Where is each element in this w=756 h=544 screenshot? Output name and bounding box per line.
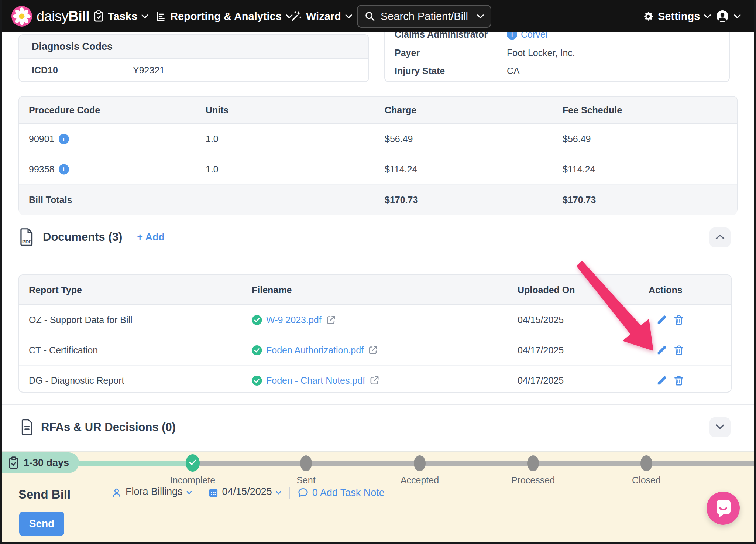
bill-totals-row: Bill Totals $170.73 $170.73 <box>19 185 737 215</box>
section-divider <box>0 404 756 405</box>
report-type: OZ - Support Data for Bill <box>29 315 133 325</box>
clipboard-icon <box>93 10 104 22</box>
add-task-note-label: 0 Add Task Note <box>312 487 385 499</box>
table-row: 90901 i 1.0 $56.49 $56.49 <box>19 124 737 154</box>
document-icon <box>20 419 34 436</box>
diagnosis-row: ICD10 Y92321 <box>19 59 368 81</box>
meta-separator <box>289 487 290 499</box>
nav-settings-label: Settings <box>658 10 700 23</box>
timeline-label: Processed <box>489 475 577 486</box>
actions-cell <box>656 375 684 386</box>
nav-settings[interactable]: Settings <box>643 0 711 32</box>
chat-button[interactable] <box>707 492 740 525</box>
send-bill-heading: Send Bill <box>18 487 71 502</box>
window-edge-bottom <box>0 542 756 544</box>
magic-wand-icon <box>290 10 302 22</box>
user-avatar-icon <box>716 10 729 23</box>
uploaded-on: 04/17/2025 <box>518 375 564 386</box>
timeline-node-processed <box>527 455 539 471</box>
filename-link[interactable]: Foden Authorization.pdf <box>266 345 364 356</box>
uploaded-on: 04/15/2025 <box>518 315 564 325</box>
check-circle-icon <box>252 315 262 325</box>
external-link-icon[interactable] <box>368 345 378 356</box>
icd10-label: ICD10 <box>32 65 58 76</box>
daisy-flower-icon <box>11 6 32 27</box>
window-edge-left <box>0 0 2 544</box>
date-dropdown[interactable]: 04/15/2025 <box>208 486 281 499</box>
chevron-down-icon <box>276 491 281 495</box>
info-icon[interactable]: i <box>59 164 69 174</box>
nav-wizard[interactable]: Wizard <box>290 0 352 32</box>
person-icon <box>111 487 122 498</box>
col-procedure-code: Procedure Code <box>29 105 100 116</box>
injury-state-label: Injury State <box>395 66 445 76</box>
expand-rfas-button[interactable] <box>709 417 731 437</box>
procedures-table: Procedure Code Units Charge Fee Schedule… <box>18 96 738 213</box>
chevron-down-icon <box>477 14 484 18</box>
document-row: OZ - Support Data for Bill W-9 2023.pdf … <box>19 305 731 335</box>
bar-chart-icon <box>155 11 166 22</box>
external-link-icon[interactable] <box>326 315 336 325</box>
check-icon <box>189 459 196 467</box>
chevron-down-icon <box>704 14 711 18</box>
total-charge: $170.73 <box>385 195 418 205</box>
days-badge-label: 1-30 days <box>24 457 69 469</box>
filename-cell: W-9 2023.pdf <box>252 315 336 325</box>
add-document-button[interactable]: + Add <box>137 232 165 243</box>
timeline-label: Closed <box>602 475 691 486</box>
units-cell: 1.0 <box>206 134 219 144</box>
filename-link[interactable]: Foden - Chart Notes.pdf <box>266 375 365 386</box>
procedure-code: 99358 <box>29 164 55 175</box>
brand-daisy: daisy <box>37 8 68 24</box>
table-row: 99358 i 1.0 $114.24 $114.24 <box>19 154 737 185</box>
col-uploaded-on: Uploaded On <box>518 284 575 295</box>
nav-account[interactable] <box>716 0 741 32</box>
filename-cell: Foden - Chart Notes.pdf <box>252 375 380 386</box>
timeline-node-sent <box>300 455 312 471</box>
assignee-dropdown[interactable]: Flora Billings <box>111 486 192 499</box>
col-actions: Actions <box>649 284 683 295</box>
external-link-icon[interactable] <box>369 375 380 386</box>
chat-bubble-icon <box>707 492 740 525</box>
chevron-down-icon <box>345 14 352 18</box>
add-task-note-button[interactable]: 0 Add Task Note <box>298 487 385 499</box>
clipboard-check-icon <box>8 456 19 469</box>
brand-bill: Bill <box>68 8 89 24</box>
search-patient-bill[interactable]: Search Patient/Bill <box>357 5 491 28</box>
nav-reporting-analytics[interactable]: Reporting & Analytics <box>155 0 293 32</box>
delete-document-button[interactable] <box>673 314 684 325</box>
nav-reporting-label: Reporting & Analytics <box>170 10 282 23</box>
uploaded-on: 04/17/2025 <box>518 345 564 356</box>
chevron-down-icon <box>734 14 741 18</box>
send-button[interactable]: Send <box>19 512 64 536</box>
chevron-down-icon <box>141 14 148 18</box>
send-bill-footer: Incomplete Sent Accepted Processed Close… <box>0 451 756 542</box>
top-navbar: daisyBill Tasks Reporting & Analytics <box>0 0 756 32</box>
collapse-documents-button[interactable] <box>709 227 731 247</box>
daisybill-logo[interactable] <box>11 6 32 27</box>
nav-tasks[interactable]: Tasks <box>93 0 148 32</box>
payer-value: Foot Locker, Inc. <box>507 48 575 58</box>
brand-wordmark[interactable]: daisyBill <box>37 0 89 32</box>
diagnosis-codes-title: Diagnosis Codes <box>32 41 113 52</box>
units-cell: 1.0 <box>206 164 219 175</box>
filename-link[interactable]: W-9 2023.pdf <box>266 315 322 325</box>
info-icon[interactable]: i <box>59 134 69 144</box>
delete-document-button[interactable] <box>673 375 684 386</box>
documents-table-header: Report Type Filename Uploaded On Actions <box>19 275 731 305</box>
total-fee: $170.73 <box>563 195 596 205</box>
service-date[interactable]: 04/15/2025 <box>222 486 272 499</box>
assignee-name[interactable]: Flora Billings <box>126 486 183 499</box>
edit-document-button[interactable] <box>656 375 667 386</box>
edit-document-button[interactable] <box>656 314 667 325</box>
bill-totals-label: Bill Totals <box>29 195 72 205</box>
diagnosis-codes-card: Diagnosis Codes ICD10 Y92321 <box>18 34 369 82</box>
gear-icon <box>643 11 654 22</box>
check-circle-icon <box>252 375 262 386</box>
fee-cell: $56.49 <box>563 134 591 144</box>
rfas-section-header: RFAs & UR Decisions (0) <box>20 417 176 438</box>
injury-state-row: Injury State CA <box>385 62 729 80</box>
edit-document-button[interactable] <box>656 345 667 356</box>
chevron-down-icon <box>715 424 725 431</box>
delete-document-button[interactable] <box>673 345 684 356</box>
